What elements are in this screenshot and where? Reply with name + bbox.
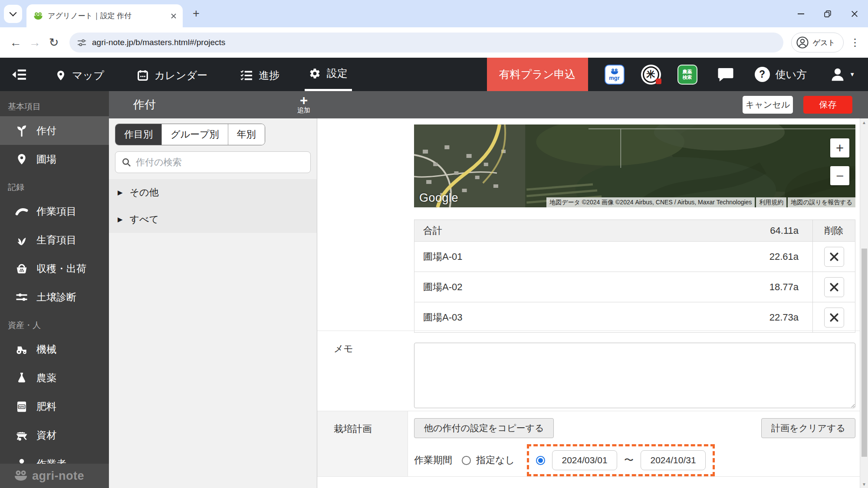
tab-by-crop[interactable]: 作目別	[115, 124, 161, 145]
pesticide-search-icon: 農薬 検索	[677, 65, 697, 85]
planting-search-box[interactable]	[115, 151, 311, 173]
sliders-icon	[15, 290, 29, 304]
question-icon: ?	[755, 67, 770, 82]
nav-item-progress[interactable]: 進捗	[236, 58, 284, 91]
sidebar-item-pesticide[interactable]: 農薬	[0, 364, 109, 392]
cancel-button[interactable]: キャンセル	[743, 96, 793, 114]
clear-plan-button[interactable]: 計画をクリアする	[761, 418, 855, 438]
window-close-button[interactable]	[841, 0, 868, 27]
next-form-row	[317, 476, 868, 488]
frog-logo-icon	[14, 470, 28, 481]
cultivation-plan-label: 栽培計画	[317, 411, 408, 476]
planting-groups: ▶ その他 ▶ すべて	[109, 179, 317, 233]
app-link-mgr[interactable]: mgr	[605, 65, 625, 85]
delete-field-button[interactable]	[824, 308, 844, 328]
browser-menu-button[interactable]: ⋮	[850, 36, 860, 49]
help-button[interactable]: ? 使い方	[755, 67, 807, 82]
memo-textarea[interactable]	[414, 343, 855, 408]
sidebar-item-sakutsuke[interactable]: 作付	[0, 116, 109, 145]
vertical-scrollbar[interactable]: ▲ ▼	[860, 118, 868, 488]
scroll-down-arrow[interactable]: ▼	[860, 480, 868, 488]
work-period-row: 作業期間 指定なし 〜	[414, 444, 855, 476]
sidebar-section-records: 記録	[0, 174, 109, 197]
guest-label: ゲスト	[813, 38, 835, 48]
window-minimize-button[interactable]	[787, 0, 814, 27]
sidebar-item-fertilizer[interactable]: NPK 肥料	[0, 392, 109, 421]
sidebar-item-materials[interactable]: 資材	[0, 421, 109, 449]
reload-button[interactable]: ↻	[44, 36, 63, 49]
google-logo[interactable]: Google	[419, 191, 458, 205]
report-error-link[interactable]: 地図の誤りを報告する	[788, 197, 855, 207]
window-restore-button[interactable]	[814, 0, 841, 27]
user-menu-button[interactable]: ▼	[829, 66, 855, 83]
sidebar-item-growth-items[interactable]: 生育項目	[0, 226, 109, 254]
sidebar-item-hojo[interactable]: 圃場	[0, 145, 109, 174]
sidebar-item-label: 作付	[36, 124, 56, 138]
nav-item-map[interactable]: マップ	[51, 58, 108, 91]
agrinote-frog-favicon	[33, 12, 43, 20]
sidebar-item-label: 資材	[36, 429, 56, 442]
back-button[interactable]: ←	[6, 36, 25, 49]
group-row-all[interactable]: ▶ すべて	[109, 206, 317, 233]
app-link-pesticide-search[interactable]: 農薬 検索	[677, 65, 697, 85]
sidebar-item-work-items[interactable]: 作業項目	[0, 197, 109, 226]
period-start-input[interactable]	[552, 450, 617, 470]
memo-label: メモ	[317, 331, 408, 411]
map-zoom-in-button[interactable]: +	[830, 138, 849, 157]
table-row: 圃場A-01 22.61a	[414, 242, 855, 272]
triangle-right-icon: ▶	[118, 216, 123, 223]
tractor-icon	[15, 342, 29, 356]
period-radio-selected[interactable]	[536, 456, 545, 465]
triangle-right-icon: ▶	[118, 189, 123, 197]
sidebar-item-machinery[interactable]: 機械	[0, 335, 109, 364]
sidebar-item-label: 機械	[36, 343, 56, 356]
sidebar-toggle-icon[interactable]	[11, 69, 27, 81]
scroll-up-arrow[interactable]: ▲	[860, 118, 868, 126]
field-name: 圃場A-03	[414, 302, 687, 332]
minimize-icon	[798, 13, 804, 14]
add-button[interactable]: + 追加	[288, 92, 319, 118]
search-input[interactable]	[136, 157, 304, 167]
field-map-row: + − Google 地図データ ©2024 画像 ©2024 Airbus, …	[317, 118, 868, 331]
forward-button[interactable]: →	[25, 36, 44, 49]
delete-field-button[interactable]	[824, 247, 844, 267]
chat-bubble-icon[interactable]	[717, 66, 735, 83]
tab-by-year[interactable]: 年別	[228, 124, 265, 145]
work-period-label: 作業期間	[414, 454, 452, 467]
tab-by-group[interactable]: グループ別	[161, 124, 228, 145]
planting-list-panel: 作目別 グループ別 年別 ▶ その他	[109, 118, 317, 488]
sidebar-item-label: 土壌診断	[36, 291, 76, 304]
copy-settings-button[interactable]: 他の作付の設定をコピーする	[414, 418, 554, 438]
group-row-other[interactable]: ▶ その他	[109, 179, 317, 206]
window-controls	[787, 0, 868, 27]
table-row: 圃場A-02 18.77a	[414, 272, 855, 302]
delete-field-button[interactable]	[824, 277, 844, 297]
tab-search-button[interactable]	[4, 5, 22, 23]
sidebar-item-soil-diagnosis[interactable]: 土壌診断	[0, 283, 109, 311]
new-tab-button[interactable]: +	[188, 6, 204, 22]
profile-button[interactable]: ゲスト	[791, 33, 844, 52]
sidebar-item-label: 農薬	[36, 371, 56, 385]
total-label: 合計	[414, 220, 687, 241]
tab-close-icon[interactable]	[171, 13, 177, 19]
flask-icon	[15, 371, 29, 385]
nav-item-calendar[interactable]: カレンダー	[133, 58, 212, 91]
field-map[interactable]: + − Google 地図データ ©2024 画像 ©2024 Airbus, …	[414, 124, 855, 207]
browser-tab-active[interactable]: アグリノート｜設定 作付	[26, 4, 183, 27]
tab-title: アグリノート｜設定 作付	[48, 11, 166, 21]
map-zoom-out-button[interactable]: −	[830, 166, 849, 185]
no-period-radio[interactable]	[462, 456, 471, 465]
paid-plan-button[interactable]: 有料プラン申込	[487, 58, 588, 91]
nav-item-label: 設定	[327, 66, 348, 80]
scrollbar-thumb[interactable]	[861, 249, 867, 457]
period-end-input[interactable]	[641, 450, 706, 470]
address-bar[interactable]: agri-note.jp/b/masters.html#/projects	[69, 33, 783, 52]
url-text[interactable]: agri-note.jp/b/masters.html#/projects	[92, 38, 225, 47]
sidebar-item-harvest-shipping[interactable]: 収穫・出荷	[0, 254, 109, 283]
site-settings-icon[interactable]	[77, 38, 86, 47]
save-button[interactable]: 保存	[803, 96, 852, 114]
nav-item-settings[interactable]: 設定	[305, 58, 352, 91]
terms-link[interactable]: 利用規約	[756, 197, 786, 207]
app-link-rice[interactable]: 米	[641, 65, 661, 85]
sidebar-item-label: 肥料	[36, 400, 56, 413]
